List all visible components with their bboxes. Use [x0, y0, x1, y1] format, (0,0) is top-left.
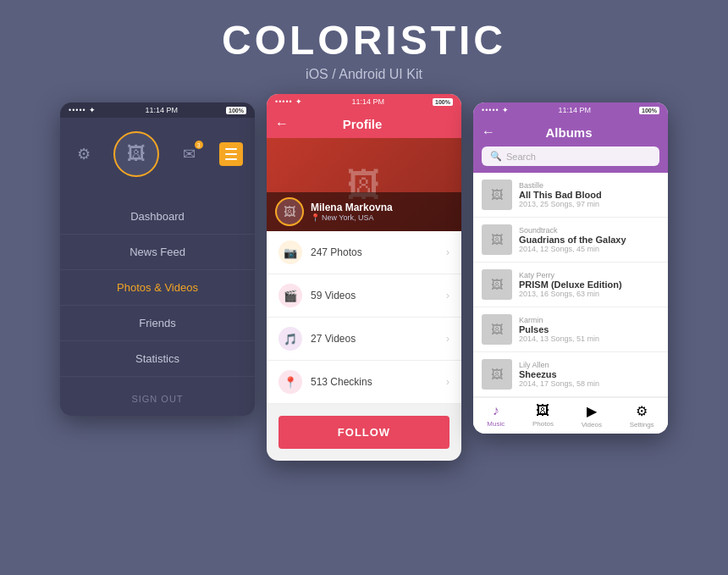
profile-text: Milena Markovna 📍 New York, USA [311, 202, 393, 222]
page-header: COLORISTIC iOS / Android UI Kit [222, 17, 506, 82]
user-avatar[interactable]: 🖼 [113, 131, 159, 177]
chevron-videos: › [446, 290, 449, 301]
bottom-nav-settings[interactable]: ⚙ Settings [630, 403, 654, 428]
signal-dots-1: ••••• ✦ [69, 106, 97, 114]
album-title-1: Guadrians of the Galaxy [519, 235, 626, 245]
phone-albums: ••••• ✦ 11:14 PM 100% ← Albums 🔍 Search … [473, 102, 668, 434]
photos-icon: 📷 [279, 241, 302, 264]
profile-nav-title: Profile [343, 117, 383, 131]
stat-row-music[interactable]: 🎵 27 Videos › [267, 318, 461, 361]
gear-icon[interactable]: ⚙ [72, 142, 96, 166]
profile-cover: 🖼 🖼 Milena Markovna 📍 New York, USA [267, 138, 461, 231]
photos-nav-label: Photos [532, 420, 554, 428]
album-info-3: Karmin Pulses 2014, 13 Songs, 51 min [519, 316, 599, 343]
search-icon: 🔍 [490, 151, 502, 162]
album-info-4: Lily Allen Sheezus 2014, 17 Songs, 58 mi… [519, 361, 599, 388]
chevron-music: › [446, 333, 449, 345]
music-icon: 🎵 [279, 327, 302, 351]
battery-3: 100% [639, 107, 659, 114]
album-info-2: Katy Perry PRISM (Deluxe Edition) 2013, … [519, 271, 622, 298]
profile-nav: ← Profile [275, 109, 453, 138]
back-button[interactable]: ← [275, 116, 289, 131]
videos-icon: 🎬 [279, 284, 302, 307]
photos-nav-icon: 🖼 [536, 403, 549, 418]
app-subtitle: iOS / Android UI Kit [222, 67, 506, 82]
profile-info-bar: 🖼 Milena Markovna 📍 New York, USA [267, 192, 461, 231]
search-placeholder: Search [506, 152, 536, 162]
battery-1: 100% [226, 107, 246, 114]
stat-row-checkins[interactable]: 📍 513 Checkins › [267, 361, 461, 404]
music-label: 27 Videos [311, 333, 356, 345]
signal-dots-3: ••••• ✦ [482, 106, 510, 114]
profile-avatar: 🖼 [275, 197, 304, 226]
albums-back-button[interactable]: ← [482, 124, 495, 140]
album-item-3[interactable]: 🖼 Karmin Pulses 2014, 13 Songs, 51 min [473, 307, 668, 352]
album-title-3: Pulses [519, 324, 599, 334]
hamburger-line-1 [225, 148, 237, 150]
albums-title: Albums [545, 125, 592, 140]
album-thumb-3: 🖼 [482, 314, 512, 345]
menu-item-photos[interactable]: Photos & Videos [60, 270, 255, 306]
time-1: 11:14 PM [145, 106, 178, 114]
search-bar[interactable]: 🔍 Search [482, 147, 659, 166]
hamburger-line-3 [225, 158, 237, 160]
bottom-nav-photos[interactable]: 🖼 Photos [532, 403, 554, 428]
album-thumb-4: 🖼 [482, 359, 512, 390]
menu-item-friends[interactable]: Friends [60, 306, 255, 341]
videos-label: 59 Videos [311, 290, 356, 301]
menu-list: Dashboard News Feed Photos & Videos Frie… [60, 199, 255, 377]
album-info-0: Bastille All This Bad Blood 2013, 25 Son… [519, 181, 602, 208]
album-thumb-0: 🖼 [482, 180, 512, 210]
album-title-4: Sheezus [519, 369, 599, 379]
album-info-1: Soundtrack Guadrians of the Galaxy 2014,… [519, 226, 626, 253]
album-artist-0: Bastille [519, 181, 602, 190]
phones-container: ••••• ✦ 11:14 PM 100% ⚙ 🖼 ✉ 3 Dashboard [60, 102, 668, 461]
hamburger-button[interactable] [219, 142, 243, 166]
bottom-nav-videos[interactable]: ▶ Videos [582, 403, 602, 428]
menu-item-newsfeed[interactable]: News Feed [60, 235, 255, 270]
stat-row-photos[interactable]: 📷 247 Photos › [267, 231, 461, 274]
checkins-label: 513 Checkins [311, 376, 372, 388]
menu-item-statistics[interactable]: Statistics [60, 341, 255, 377]
mail-icon[interactable]: ✉ 3 [178, 142, 201, 166]
profile-name: Milena Markovna [311, 202, 393, 213]
stat-row-videos[interactable]: 🎬 59 Videos › [267, 274, 461, 318]
album-item-0[interactable]: 🖼 Bastille All This Bad Blood 2013, 25 S… [473, 173, 668, 218]
album-meta-0: 2013, 25 Songs, 97 min [519, 200, 602, 208]
music-nav-icon: ♪ [493, 403, 499, 418]
signal-dots-2: ••••• ✦ [275, 97, 303, 106]
time-3: 11:14 PM [558, 106, 591, 114]
bottom-nav-music[interactable]: ♪ Music [487, 403, 505, 428]
profile-header: ← Profile [267, 109, 461, 138]
albums-header: ← Albums 🔍 Search [473, 118, 668, 173]
videos-nav-label: Videos [582, 421, 602, 428]
chevron-photos: › [446, 246, 449, 258]
time-2: 11:14 PM [351, 97, 384, 106]
album-item-1[interactable]: 🖼 Soundtrack Guadrians of the Galaxy 201… [473, 218, 668, 263]
phone-menu: ••••• ✦ 11:14 PM 100% ⚙ 🖼 ✉ 3 Dashboard [60, 102, 255, 416]
stat-row-left: 📷 247 Photos [279, 241, 362, 264]
phone1-topbar: ⚙ 🖼 ✉ 3 [60, 118, 255, 191]
videos-nav-icon: ▶ [587, 403, 597, 419]
album-thumb-1: 🖼 [482, 224, 512, 255]
hamburger-line-2 [225, 153, 237, 155]
follow-button[interactable]: FOLLOW [279, 416, 449, 449]
photos-label: 247 Photos [311, 246, 362, 258]
album-title-0: All This Bad Blood [519, 190, 602, 200]
settings-nav-label: Settings [630, 421, 654, 428]
checkins-icon: 📍 [279, 370, 302, 394]
profile-location: 📍 New York, USA [311, 213, 393, 222]
menu-item-dashboard[interactable]: Dashboard [60, 199, 255, 235]
sign-out-button[interactable]: SIGN OUT [60, 377, 255, 416]
album-meta-3: 2014, 13 Songs, 51 min [519, 334, 599, 343]
music-nav-label: Music [487, 420, 505, 428]
mail-badge: 3 [195, 141, 203, 149]
battery-2: 100% [433, 98, 453, 106]
album-artist-4: Lily Allen [519, 361, 599, 369]
settings-nav-icon: ⚙ [636, 403, 648, 419]
album-item-2[interactable]: 🖼 Katy Perry PRISM (Deluxe Edition) 2013… [473, 263, 668, 307]
album-item-4[interactable]: 🖼 Lily Allen Sheezus 2014, 17 Songs, 58 … [473, 352, 668, 397]
stat-row-left: 🎵 27 Videos [279, 327, 356, 351]
bottom-nav: ♪ Music 🖼 Photos ▶ Videos ⚙ Settings [473, 397, 668, 434]
albums-nav: ← Albums [482, 118, 659, 147]
